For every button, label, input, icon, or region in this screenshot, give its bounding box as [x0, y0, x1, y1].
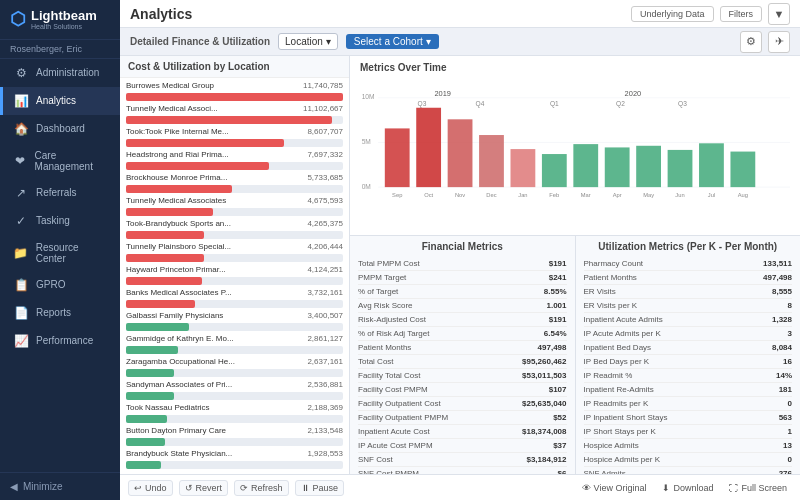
sidebar-item-performance[interactable]: 📈 Performance — [0, 327, 120, 355]
location-select[interactable]: Location ▾ — [278, 33, 338, 50]
performance-icon: 📈 — [13, 334, 29, 348]
metrics-row: Inpatient Acute Cost $18,374,008 — [358, 425, 567, 439]
bar-label: Sandyman Associates of Pri... — [126, 380, 232, 389]
download-button[interactable]: ⬇ Download — [657, 481, 718, 495]
bar-track — [126, 323, 343, 331]
full-screen-button[interactable]: ⛶ Full Screen — [724, 481, 792, 495]
svg-text:2019: 2019 — [434, 89, 451, 98]
refresh-button[interactable]: ⟳ Refresh — [234, 480, 289, 496]
care-management-icon: ❤ — [13, 154, 28, 168]
svg-text:Aug: Aug — [738, 192, 748, 198]
svg-text:Sep: Sep — [392, 192, 402, 198]
bar-track — [126, 162, 343, 170]
revert-icon: ↺ — [185, 483, 193, 493]
view-original-button[interactable]: 👁 View Original — [577, 481, 652, 495]
list-item: Galbassi Family Physicians 3,400,507 — [126, 311, 343, 331]
metrics-value: 1 — [788, 427, 792, 436]
bar-track — [126, 93, 343, 101]
cohort-select[interactable]: Select a Cohort ▾ — [346, 34, 439, 49]
filterbar: Detailed Finance & Utilization Location … — [120, 28, 800, 56]
sidebar-item-dashboard[interactable]: 🏠 Dashboard — [0, 115, 120, 143]
sidebar-item-resource-center[interactable]: 📁 Resource Center — [0, 235, 120, 271]
metrics-row: SNF Admits 276 — [584, 467, 793, 474]
metrics-value: 3 — [788, 329, 792, 338]
resource-center-icon: 📁 — [13, 246, 29, 260]
bar-track — [126, 461, 343, 469]
metrics-value: $191 — [549, 259, 567, 268]
filterbar-right: ⚙ ✈ — [740, 31, 790, 53]
metrics-area: Financial Metrics Total PMPM Cost $191 P… — [350, 236, 800, 474]
share-icon-button[interactable]: ✈ — [768, 31, 790, 53]
metrics-value: $53,011,503 — [522, 371, 567, 380]
bar-value: 4,675,593 — [307, 196, 343, 205]
bar-track — [126, 254, 343, 262]
sidebar-item-reports[interactable]: 📄 Reports — [0, 299, 120, 327]
list-item: Gammidge of Kathryn E. Mo... 2,861,127 — [126, 334, 343, 354]
bar-track — [126, 231, 343, 239]
metrics-row: % of Risk Adj Target 6.54% — [358, 327, 567, 341]
svg-text:Jul: Jul — [708, 192, 715, 198]
svg-rect-27 — [605, 147, 630, 187]
metrics-value: 1.001 — [546, 301, 566, 310]
list-item: Burrowes Medical Group 11,740,785 — [126, 81, 343, 101]
pause-button[interactable]: ⏸ Pause — [295, 480, 345, 496]
sidebar-item-administration[interactable]: ⚙ Administration — [0, 59, 120, 87]
sidebar-item-analytics[interactable]: 📊 Analytics — [0, 87, 120, 115]
settings-icon-button[interactable]: ⚙ — [740, 31, 762, 53]
sidebar-item-label: Referrals — [36, 187, 77, 198]
bar-fill — [126, 185, 232, 193]
list-item: Brockhouse Monroe Prima... 5,733,685 — [126, 173, 343, 193]
sidebar-item-label: Analytics — [36, 95, 76, 106]
bar-label: Took-Brandybuck Sports an... — [126, 219, 231, 228]
svg-text:Q3: Q3 — [418, 100, 427, 108]
filters-button[interactable]: Filters — [720, 6, 763, 22]
bar-value: 1,928,553 — [307, 449, 343, 458]
bar-track — [126, 300, 343, 308]
reports-icon: 📄 — [13, 306, 29, 320]
sidebar-item-label: Resource Center — [36, 242, 110, 264]
metrics-key: Patient Months — [584, 273, 637, 282]
svg-rect-13 — [385, 128, 410, 187]
svg-text:Nov: Nov — [455, 192, 465, 198]
left-panel: Cost & Utilization by Location Burrowes … — [120, 56, 350, 474]
list-item: Zaragamba Occupational He... 2,637,161 — [126, 357, 343, 377]
sidebar-item-care-management[interactable]: ❤ Care Management — [0, 143, 120, 179]
metrics-row: ER Visits 8,555 — [584, 285, 793, 299]
minimize-button[interactable]: ◀ Minimize — [0, 472, 120, 500]
administration-icon: ⚙ — [13, 66, 29, 80]
bar-fill — [126, 323, 189, 331]
svg-text:Mar: Mar — [581, 192, 591, 198]
metrics-value: 8 — [788, 301, 792, 310]
metrics-value: $191 — [549, 315, 567, 324]
filter-icon-button[interactable]: ▼ — [768, 3, 790, 25]
metrics-key: % of Risk Adj Target — [358, 329, 429, 338]
metrics-value: 0 — [788, 455, 792, 464]
svg-rect-17 — [448, 119, 473, 187]
bar-label: Took:Took Pike Internal Me... — [126, 127, 229, 136]
undo-label: Undo — [145, 483, 167, 493]
bar-fill — [126, 231, 204, 239]
filterbar-label: Detailed Finance & Utilization — [130, 36, 270, 47]
metrics-row: Avg Risk Score 1.001 — [358, 299, 567, 313]
metrics-value: $52 — [553, 413, 566, 422]
undo-button[interactable]: ↩ Undo — [128, 480, 173, 496]
metrics-row: Inpatient Acute Admits 1,328 — [584, 313, 793, 327]
metrics-key: SNF Cost — [358, 455, 393, 464]
bar-label: Headstrong and Riai Prima... — [126, 150, 229, 159]
metrics-key: Inpatient Acute Admits — [584, 315, 663, 324]
svg-rect-19 — [479, 135, 504, 187]
refresh-icon: ⟳ — [240, 483, 248, 493]
sidebar-item-gpro[interactable]: 📋 GPRO — [0, 271, 120, 299]
metrics-row: Risk-Adjusted Cost $191 — [358, 313, 567, 327]
sidebar-item-label: Performance — [36, 335, 93, 346]
sidebar: ⬡ Lightbeam Health Solutions Rosenberger… — [0, 0, 120, 500]
underlying-data-button[interactable]: Underlying Data — [631, 6, 714, 22]
revert-button[interactable]: ↺ Revert — [179, 480, 229, 496]
metrics-key: IP Bed Days per K — [584, 357, 650, 366]
bar-track — [126, 208, 343, 216]
metrics-value: 0 — [788, 399, 792, 408]
metrics-row: SNF Cost $3,184,912 — [358, 453, 567, 467]
sidebar-item-referrals[interactable]: ↗ Referrals — [0, 179, 120, 207]
metrics-key: IP Acute Admits per K — [584, 329, 661, 338]
sidebar-item-tasking[interactable]: ✓ Tasking — [0, 207, 120, 235]
